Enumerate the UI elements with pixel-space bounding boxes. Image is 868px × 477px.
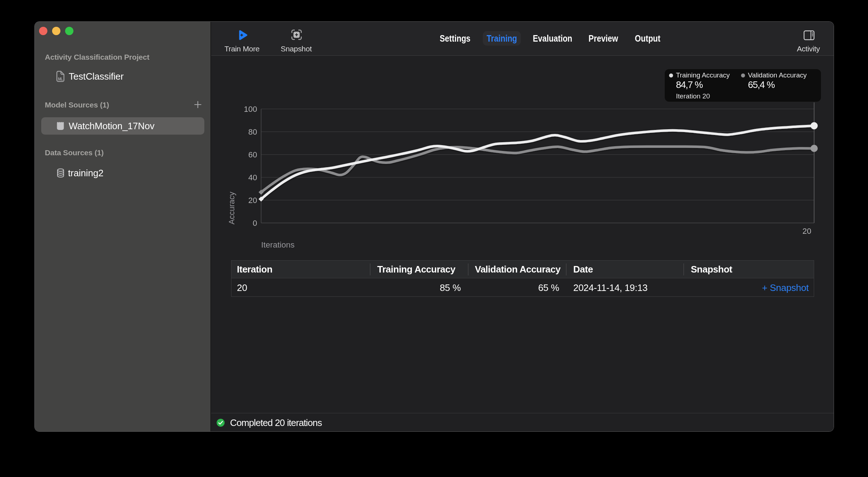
svg-text:20: 20	[803, 227, 811, 236]
svg-text:Accuracy: Accuracy	[227, 192, 236, 224]
svg-text:0: 0	[253, 219, 257, 228]
svg-text:ML: ML	[58, 77, 63, 81]
svg-text:100: 100	[244, 105, 257, 114]
svg-text:80: 80	[248, 127, 257, 136]
svg-text:40: 40	[248, 173, 257, 182]
svg-text:60: 60	[248, 150, 257, 159]
svg-text:20: 20	[248, 196, 257, 205]
svg-text:Iterations: Iterations	[261, 240, 295, 249]
